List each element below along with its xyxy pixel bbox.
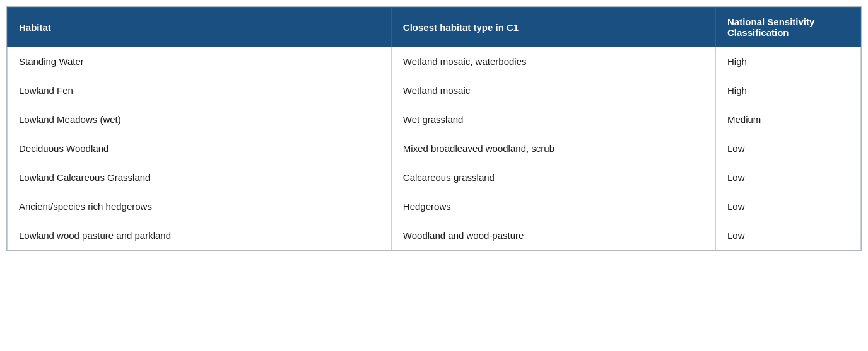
table-row: Standing WaterWetland mosaic, waterbodie… <box>8 47 861 76</box>
table-row: Deciduous WoodlandMixed broadleaved wood… <box>8 134 861 163</box>
cell-sensitivity: Low <box>715 134 860 163</box>
table-row: Lowland FenWetland mosaicHigh <box>8 76 861 105</box>
header-habitat: Habitat <box>8 8 392 47</box>
cell-habitat: Deciduous Woodland <box>8 134 392 163</box>
cell-sensitivity: High <box>715 47 860 76</box>
cell-habitat: Lowland Meadows (wet) <box>8 105 392 134</box>
cell-habitat: Lowland wood pasture and parkland <box>8 221 392 250</box>
cell-sensitivity: Medium <box>715 105 860 134</box>
main-table-container: Habitat Closest habitat type in C1 Natio… <box>6 6 862 251</box>
cell-sensitivity: High <box>715 76 860 105</box>
cell-closest-habitat: Mixed broadleaved woodland, scrub <box>391 134 715 163</box>
table-row: Lowland wood pasture and parklandWoodlan… <box>8 221 861 250</box>
table-row: Lowland Meadows (wet)Wet grasslandMedium <box>8 105 861 134</box>
cell-closest-habitat: Wetland mosaic <box>391 76 715 105</box>
cell-closest-habitat: Woodland and wood-pasture <box>391 221 715 250</box>
cell-closest-habitat: Wet grassland <box>391 105 715 134</box>
cell-habitat: Lowland Fen <box>8 76 392 105</box>
cell-sensitivity: Low <box>715 221 860 250</box>
cell-habitat: Standing Water <box>8 47 392 76</box>
table-header-row: Habitat Closest habitat type in C1 Natio… <box>8 8 861 47</box>
header-closest-habitat: Closest habitat type in C1 <box>391 8 715 47</box>
cell-closest-habitat: Hedgerows <box>391 192 715 221</box>
table-row: Ancient/species rich hedgerowsHedgerowsL… <box>8 192 861 221</box>
table-row: Lowland Calcareous GrasslandCalcareous g… <box>8 163 861 192</box>
cell-closest-habitat: Calcareous grassland <box>391 163 715 192</box>
header-sensitivity: National Sensitivity Classification <box>715 8 860 47</box>
cell-habitat: Ancient/species rich hedgerows <box>8 192 392 221</box>
habitat-table: Habitat Closest habitat type in C1 Natio… <box>7 7 861 250</box>
cell-habitat: Lowland Calcareous Grassland <box>8 163 392 192</box>
cell-sensitivity: Low <box>715 163 860 192</box>
cell-closest-habitat: Wetland mosaic, waterbodies <box>391 47 715 76</box>
cell-sensitivity: Low <box>715 192 860 221</box>
